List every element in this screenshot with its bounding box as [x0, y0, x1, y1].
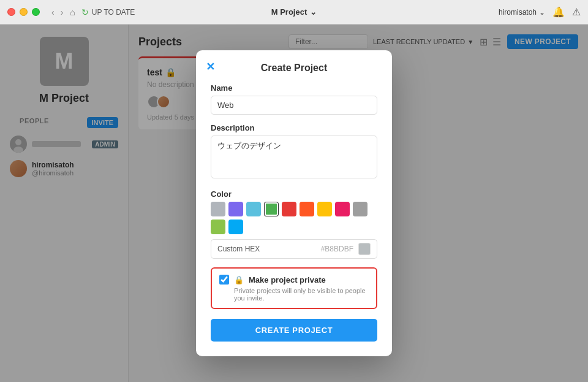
home-button[interactable]: ⌂: [70, 7, 75, 17]
modal-close-button[interactable]: ✕: [206, 60, 215, 74]
name-field-group: Name: [211, 83, 377, 115]
color-swatch-9[interactable]: [211, 220, 225, 234]
color-swatch-2[interactable]: [246, 202, 261, 216]
sync-icon: ↻: [81, 7, 89, 17]
modal-header: ✕ Create Project: [211, 63, 377, 74]
titlebar-right: hiromisatoh ⌄ 🔔 ⚠: [499, 6, 581, 18]
create-project-button[interactable]: CREATE PROJECT: [211, 319, 377, 342]
private-description: Private projects will only be visible to…: [234, 287, 369, 302]
modal-title: Create Project: [211, 63, 377, 74]
private-lock-icon: 🔒: [234, 275, 244, 285]
color-label: Color: [211, 189, 377, 199]
name-input[interactable]: [211, 96, 377, 115]
user-menu[interactable]: hiromisatoh ⌄: [499, 8, 545, 17]
private-checkbox[interactable]: [219, 275, 229, 285]
color-swatch-4[interactable]: [282, 202, 296, 216]
custom-hex-row: Custom HEX #B8BDBF: [211, 239, 377, 259]
nav-arrows: ‹ ›: [50, 7, 65, 17]
titlebar-chevron: ⌄: [310, 7, 317, 17]
user-chevron: ⌄: [539, 8, 545, 17]
private-section: 🔒 Make project private Private projects …: [211, 267, 377, 309]
custom-hex-preview: [358, 243, 371, 255]
create-project-modal: ✕ Create Project Name Description ウェブのデザ…: [196, 50, 392, 356]
minimize-dot[interactable]: [20, 8, 28, 16]
titlebar-center: M Project ⌄: [271, 7, 317, 17]
color-swatch-0[interactable]: [211, 202, 225, 216]
custom-hex-label: Custom HEX: [217, 245, 316, 253]
private-checkbox-row: 🔒 Make project private: [219, 275, 369, 285]
modal-overlay: ✕ Create Project Name Description ウェブのデザ…: [0, 25, 588, 382]
color-swatch-3[interactable]: [264, 202, 279, 216]
description-input[interactable]: ウェブのデザイン: [211, 136, 377, 178]
color-swatch-10[interactable]: [228, 220, 243, 234]
color-swatch-5[interactable]: [300, 202, 314, 216]
window-controls: [7, 8, 40, 16]
description-label: Description: [211, 123, 377, 132]
maximize-dot[interactable]: [32, 8, 40, 16]
color-swatch-8[interactable]: [353, 202, 368, 216]
close-dot[interactable]: [7, 8, 15, 16]
name-label: Name: [211, 83, 377, 93]
color-swatch-6[interactable]: [317, 202, 332, 216]
color-swatches: [211, 202, 377, 234]
private-label: Make project private: [249, 275, 326, 285]
custom-hex-value: #B8BDBF: [321, 245, 353, 253]
description-field-group: Description ウェブのデザイン: [211, 123, 377, 181]
forward-button[interactable]: ›: [59, 7, 66, 17]
titlebar-project-name: M Project: [271, 7, 307, 17]
titlebar: ‹ › ⌂ ↻ UP TO DATE M Project ⌄ hiromisat…: [0, 0, 588, 25]
back-button[interactable]: ‹: [50, 7, 56, 17]
color-field-group: Color Custom HEX #B8BDBF: [211, 189, 377, 259]
alert-icon[interactable]: ⚠: [572, 6, 581, 18]
username: hiromisatoh: [499, 8, 537, 17]
status-badge: ↻ UP TO DATE: [81, 7, 135, 17]
color-swatch-7[interactable]: [335, 202, 350, 216]
color-swatch-1[interactable]: [228, 202, 243, 216]
bell-icon[interactable]: 🔔: [552, 6, 565, 18]
status-text: UP TO DATE: [92, 8, 135, 17]
